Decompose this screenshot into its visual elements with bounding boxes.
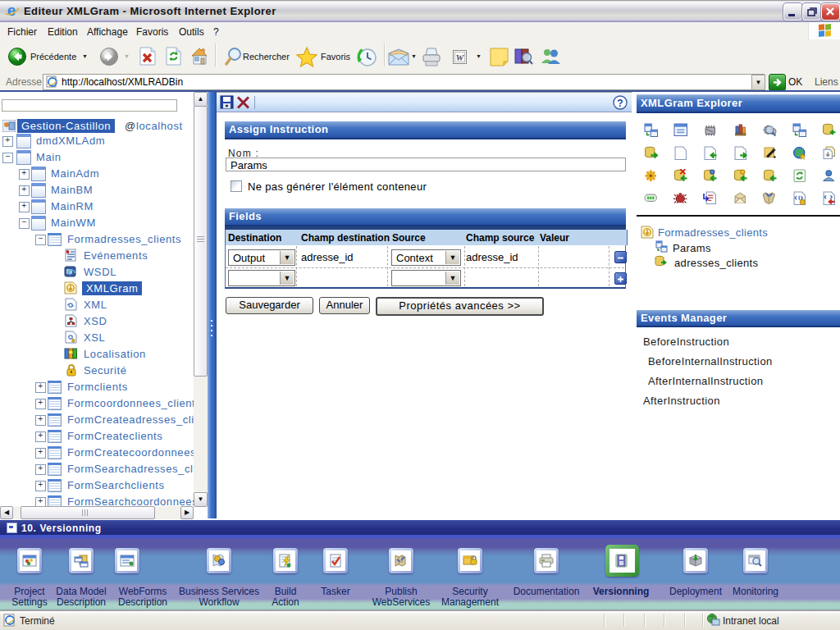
- svg-text:e: e: [7, 2, 16, 19]
- svg-text:?: ?: [617, 98, 623, 109]
- svg-text:W: W: [456, 52, 465, 62]
